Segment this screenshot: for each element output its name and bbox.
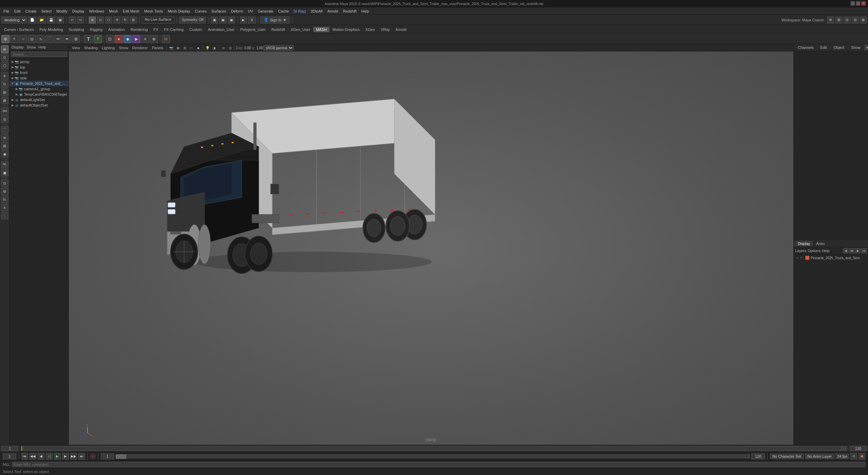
tab-display[interactable]: Display: [795, 241, 813, 246]
tree-item-camera-group[interactable]: ▶ 📷 camera1_group: [9, 86, 68, 92]
icon-mash5[interactable]: ≡: [141, 35, 149, 43]
no-character-set[interactable]: No Character Set: [770, 454, 804, 459]
shelf-rigging[interactable]: Rigging: [87, 27, 105, 32]
icon-text[interactable]: T: [10, 35, 18, 43]
layers-menu[interactable]: Layers: [795, 249, 806, 253]
workspace-settings[interactable]: ⚙: [827, 17, 834, 23]
shelf-xgen[interactable]: XGen: [363, 27, 378, 32]
icon-mash1[interactable]: ⊡: [106, 35, 114, 43]
icon-mash6[interactable]: ⊗: [150, 35, 158, 43]
menu-curves[interactable]: Curves: [193, 8, 209, 14]
tool-curve-snap[interactable]: ⌒: [1, 126, 8, 133]
vp-isolate[interactable]: ⊙: [220, 45, 226, 51]
tool-lasso[interactable]: Q: [1, 54, 8, 61]
right-icon1[interactable]: ◀: [865, 45, 868, 50]
icon-mash2[interactable]: ●: [115, 35, 123, 43]
menu-redshift[interactable]: Redshift: [341, 8, 358, 14]
tree-item-persp[interactable]: ▶ 📷 persp: [9, 59, 68, 64]
toolbar-lasso[interactable]: ⊙: [97, 17, 104, 23]
tab-show[interactable]: Show: [848, 45, 863, 50]
toolbar-layout3[interactable]: ⊟: [852, 17, 859, 23]
tool-extra2[interactable]: ⊚: [1, 188, 8, 195]
next-frame-btn[interactable]: ▶: [62, 453, 69, 460]
icon-box-t[interactable]: T: [94, 35, 102, 43]
tree-item-lightset[interactable]: ▶ ◎ defaultLightSet: [9, 97, 68, 102]
timeline-track[interactable]: 1 120: [21, 446, 847, 451]
vp-solid[interactable]: ■: [195, 45, 201, 51]
layer-ff-btn[interactable]: ⏭: [861, 248, 867, 253]
toolbar-anim2[interactable]: ⏸: [248, 17, 256, 23]
icon-bezier[interactable]: ⌒: [45, 35, 54, 43]
shelf-custom[interactable]: Custom: [186, 27, 205, 32]
tab-edit[interactable]: Edit: [817, 45, 829, 50]
menu-file[interactable]: File: [1, 8, 12, 14]
step-fwd-btn[interactable]: ▶▶: [70, 453, 77, 460]
menu-uv[interactable]: UV: [246, 8, 255, 14]
menu-create[interactable]: Create: [23, 8, 39, 14]
menu-generate[interactable]: Generate: [256, 8, 275, 14]
go-end-btn[interactable]: ⏭: [78, 453, 85, 460]
shelf-vray[interactable]: VRay: [378, 27, 393, 32]
toolbar-render2[interactable]: ▣: [219, 17, 226, 23]
menu-arnold[interactable]: Arnold: [326, 8, 340, 14]
vp-grid[interactable]: ⊟: [182, 45, 188, 51]
tree-item-side[interactable]: ▶ 📷 side: [9, 75, 68, 81]
tool-rotate[interactable]: ↻: [1, 80, 8, 88]
toolbar-layout4[interactable]: ⊠: [860, 17, 867, 23]
no-anim-layer[interactable]: No Anim Layer: [805, 454, 834, 459]
tool-render-sel[interactable]: ▣: [1, 169, 8, 176]
timeline-end[interactable]: 120: [751, 453, 765, 459]
menu-surfaces[interactable]: Surfaces: [210, 8, 228, 14]
tool-move[interactable]: ✛: [1, 72, 8, 80]
tool-universal[interactable]: ⊠: [1, 97, 8, 104]
toolbar-render3[interactable]: ▣: [228, 17, 235, 23]
vp-camera-btn[interactable]: 📷: [168, 45, 174, 51]
outliner-menu-display[interactable]: Display: [12, 45, 24, 49]
vp-lights[interactable]: 💡: [204, 45, 211, 51]
menu-cache[interactable]: Cache: [276, 8, 291, 14]
toolbar-move[interactable]: ✛: [114, 17, 120, 23]
minimize-button[interactable]: ─: [850, 1, 855, 6]
tool-extra5[interactable]: ⋮: [1, 212, 8, 220]
menu-select[interactable]: Select: [39, 8, 54, 14]
icon-grid[interactable]: ⊞: [72, 35, 80, 43]
icon-circle[interactable]: ○: [19, 35, 27, 43]
layer-rewind-btn[interactable]: ⏮: [849, 248, 854, 253]
icon-pencil[interactable]: ✒: [63, 35, 71, 43]
vp-shadow[interactable]: ◑: [211, 45, 217, 51]
mel-input[interactable]: [12, 462, 865, 467]
timeline-range-slider[interactable]: [116, 454, 750, 458]
shelf-curves-surfaces[interactable]: Curves / Surfaces: [1, 27, 36, 32]
tool-show-manip[interactable]: ◎: [1, 115, 8, 123]
maximize-button[interactable]: □: [856, 1, 861, 6]
tool-point-snap[interactable]: ◆: [1, 150, 8, 158]
shelf-polygons-user[interactable]: Polygons_User: [238, 27, 269, 32]
icon-mash4[interactable]: ▶: [132, 35, 140, 43]
menu-mesh[interactable]: Mesh: [107, 8, 120, 14]
help-menu[interactable]: Help: [822, 249, 830, 253]
close-button[interactable]: ✕: [861, 1, 866, 6]
tree-item-objectset[interactable]: ▶ ◎ defaultObjectSet: [9, 102, 68, 108]
toolbar-save[interactable]: 💾: [47, 17, 55, 23]
menu-modify[interactable]: Modify: [54, 8, 69, 14]
shelf-sculpting[interactable]: Sculpting: [66, 27, 87, 32]
shelf-mash[interactable]: MASH: [313, 27, 330, 32]
menu-mesh-display[interactable]: Mesh Display: [166, 8, 192, 14]
layer-prev-btn[interactable]: ◀: [843, 248, 848, 253]
shelf-animation-user[interactable]: Animation_User: [205, 27, 237, 32]
menu-vray[interactable]: [V-Ray]: [292, 8, 308, 14]
shelf-xgen-user[interactable]: XGen_User: [288, 27, 313, 32]
vp-menu-panels[interactable]: Panels: [150, 45, 165, 51]
toolbar-new[interactable]: 📄: [28, 17, 36, 23]
toolbar-layout1[interactable]: ⊞: [835, 17, 842, 23]
shelf-arnold[interactable]: Arnold: [393, 27, 409, 32]
outliner-menu-help[interactable]: Help: [39, 45, 46, 49]
icon-select-tool[interactable]: ⊕: [1, 35, 9, 43]
tool-soft-mod[interactable]: SM: [1, 107, 8, 115]
tool-extra3[interactable]: SL: [1, 196, 8, 203]
outliner-menu-show[interactable]: Show: [26, 45, 36, 49]
mode-select[interactable]: Modeling: [1, 17, 27, 23]
timeline-start[interactable]: 1: [101, 453, 114, 459]
tab-anim[interactable]: Anim: [813, 241, 827, 246]
tree-item-tempcam[interactable]: ▶ ▣ TempCamFBIASC046Target: [9, 92, 68, 97]
